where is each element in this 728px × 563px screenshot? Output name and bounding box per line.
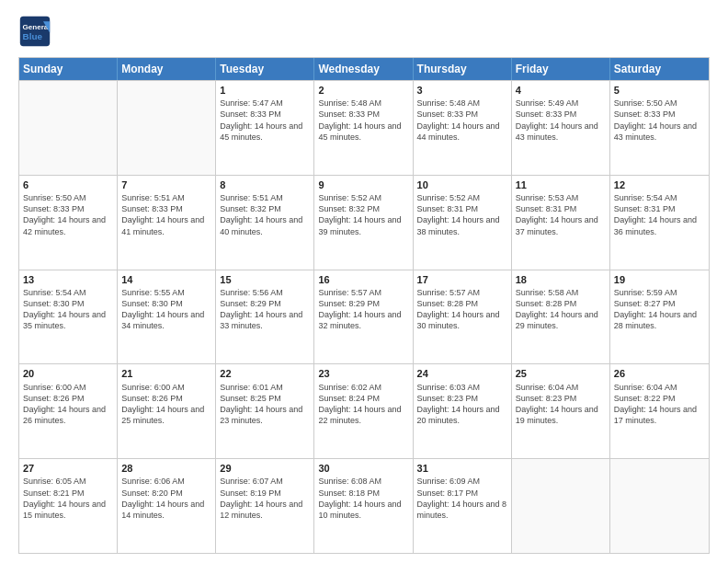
day-info: Sunrise: 5:56 AM Sunset: 8:29 PM Dayligh… (220, 287, 310, 332)
weekday-header-monday: Monday (118, 58, 216, 80)
calendar-empty-cell (610, 459, 709, 553)
calendar-day-25: 25Sunrise: 6:04 AM Sunset: 8:23 PM Dayli… (512, 364, 610, 458)
day-info: Sunrise: 5:48 AM Sunset: 8:33 PM Dayligh… (417, 98, 507, 143)
day-info: Sunrise: 6:07 AM Sunset: 8:19 PM Dayligh… (220, 476, 310, 521)
calendar-day-30: 30Sunrise: 6:08 AM Sunset: 8:18 PM Dayli… (314, 459, 413, 553)
day-info: Sunrise: 5:49 AM Sunset: 8:33 PM Dayligh… (516, 98, 606, 143)
day-info: Sunrise: 6:09 AM Sunset: 8:17 PM Dayligh… (417, 476, 507, 521)
calendar-day-14: 14Sunrise: 5:55 AM Sunset: 8:30 PM Dayli… (118, 270, 216, 364)
day-info: Sunrise: 6:04 AM Sunset: 8:23 PM Dayligh… (516, 382, 606, 427)
calendar-empty-cell (19, 81, 118, 175)
calendar-day-29: 29Sunrise: 6:07 AM Sunset: 8:19 PM Dayli… (216, 459, 314, 553)
calendar-day-7: 7Sunrise: 5:51 AM Sunset: 8:33 PM Daylig… (118, 176, 216, 270)
calendar-day-8: 8Sunrise: 5:51 AM Sunset: 8:32 PM Daylig… (216, 176, 314, 270)
day-info: Sunrise: 5:54 AM Sunset: 8:30 PM Dayligh… (23, 287, 113, 332)
calendar-day-17: 17Sunrise: 5:57 AM Sunset: 8:28 PM Dayli… (414, 270, 512, 364)
svg-text:Blue: Blue (23, 31, 43, 41)
day-number: 12 (614, 178, 705, 191)
day-number: 15 (220, 273, 310, 286)
calendar-day-2: 2Sunrise: 5:48 AM Sunset: 8:33 PM Daylig… (314, 81, 413, 175)
day-number: 3 (417, 84, 507, 97)
logo-icon: General Blue (18, 15, 51, 48)
calendar-day-28: 28Sunrise: 6:06 AM Sunset: 8:20 PM Dayli… (118, 459, 216, 553)
day-info: Sunrise: 5:53 AM Sunset: 8:31 PM Dayligh… (516, 192, 606, 237)
day-number: 8 (220, 178, 310, 191)
calendar-row-3: 13Sunrise: 5:54 AM Sunset: 8:30 PM Dayli… (19, 270, 709, 364)
calendar-day-23: 23Sunrise: 6:02 AM Sunset: 8:24 PM Dayli… (314, 364, 413, 458)
calendar-day-26: 26Sunrise: 6:04 AM Sunset: 8:22 PM Dayli… (610, 364, 709, 458)
day-number: 30 (318, 462, 408, 475)
day-info: Sunrise: 6:00 AM Sunset: 8:26 PM Dayligh… (121, 382, 211, 427)
day-number: 26 (614, 367, 705, 380)
calendar-row-4: 20Sunrise: 6:00 AM Sunset: 8:26 PM Dayli… (19, 363, 709, 458)
day-info: Sunrise: 5:50 AM Sunset: 8:33 PM Dayligh… (23, 192, 113, 237)
day-number: 18 (516, 273, 606, 286)
day-info: Sunrise: 6:00 AM Sunset: 8:26 PM Dayligh… (23, 382, 113, 427)
calendar-day-31: 31Sunrise: 6:09 AM Sunset: 8:17 PM Dayli… (414, 459, 512, 553)
day-info: Sunrise: 5:54 AM Sunset: 8:31 PM Dayligh… (614, 192, 705, 237)
day-info: Sunrise: 5:59 AM Sunset: 8:27 PM Dayligh… (614, 287, 705, 332)
calendar-body: 1Sunrise: 5:47 AM Sunset: 8:33 PM Daylig… (19, 80, 709, 553)
day-info: Sunrise: 6:08 AM Sunset: 8:18 PM Dayligh… (318, 476, 408, 521)
day-number: 28 (121, 462, 211, 475)
day-number: 11 (516, 178, 606, 191)
day-info: Sunrise: 5:50 AM Sunset: 8:33 PM Dayligh… (614, 98, 705, 143)
weekday-header-wednesday: Wednesday (314, 58, 413, 80)
weekday-header-thursday: Thursday (414, 58, 512, 80)
day-number: 1 (220, 84, 310, 97)
day-info: Sunrise: 5:55 AM Sunset: 8:30 PM Dayligh… (121, 287, 211, 332)
calendar-day-9: 9Sunrise: 5:52 AM Sunset: 8:32 PM Daylig… (314, 176, 413, 270)
calendar-day-20: 20Sunrise: 6:00 AM Sunset: 8:26 PM Dayli… (19, 364, 118, 458)
header: General Blue (18, 15, 710, 48)
day-number: 10 (417, 178, 507, 191)
calendar-day-12: 12Sunrise: 5:54 AM Sunset: 8:31 PM Dayli… (610, 176, 709, 270)
page: General Blue SundayMondayTuesdayWednesda… (0, 0, 728, 563)
calendar-day-19: 19Sunrise: 5:59 AM Sunset: 8:27 PM Dayli… (610, 270, 709, 364)
logo: General Blue (18, 15, 51, 48)
day-number: 13 (23, 273, 113, 286)
day-number: 25 (516, 367, 606, 380)
day-info: Sunrise: 5:48 AM Sunset: 8:33 PM Dayligh… (318, 98, 408, 143)
calendar-day-6: 6Sunrise: 5:50 AM Sunset: 8:33 PM Daylig… (19, 176, 118, 270)
day-number: 4 (516, 84, 606, 97)
calendar-day-5: 5Sunrise: 5:50 AM Sunset: 8:33 PM Daylig… (610, 81, 709, 175)
calendar-day-4: 4Sunrise: 5:49 AM Sunset: 8:33 PM Daylig… (512, 81, 610, 175)
day-info: Sunrise: 6:06 AM Sunset: 8:20 PM Dayligh… (121, 476, 211, 521)
calendar-day-13: 13Sunrise: 5:54 AM Sunset: 8:30 PM Dayli… (19, 270, 118, 364)
day-info: Sunrise: 6:03 AM Sunset: 8:23 PM Dayligh… (417, 382, 507, 427)
calendar-row-5: 27Sunrise: 6:05 AM Sunset: 8:21 PM Dayli… (19, 458, 709, 553)
weekday-header-saturday: Saturday (610, 58, 709, 80)
calendar-day-22: 22Sunrise: 6:01 AM Sunset: 8:25 PM Dayli… (216, 364, 314, 458)
day-info: Sunrise: 5:51 AM Sunset: 8:33 PM Dayligh… (121, 192, 211, 237)
calendar: SundayMondayTuesdayWednesdayThursdayFrid… (18, 57, 710, 554)
day-number: 6 (23, 178, 113, 191)
day-number: 16 (318, 273, 408, 286)
day-number: 21 (121, 367, 211, 380)
day-info: Sunrise: 5:58 AM Sunset: 8:28 PM Dayligh… (516, 287, 606, 332)
day-number: 22 (220, 367, 310, 380)
calendar-day-24: 24Sunrise: 6:03 AM Sunset: 8:23 PM Dayli… (414, 364, 512, 458)
calendar-day-1: 1Sunrise: 5:47 AM Sunset: 8:33 PM Daylig… (216, 81, 314, 175)
calendar-empty-cell (118, 81, 216, 175)
day-info: Sunrise: 5:52 AM Sunset: 8:31 PM Dayligh… (417, 192, 507, 237)
day-info: Sunrise: 6:01 AM Sunset: 8:25 PM Dayligh… (220, 382, 310, 427)
calendar-empty-cell (512, 459, 610, 553)
day-number: 5 (614, 84, 705, 97)
day-number: 17 (417, 273, 507, 286)
calendar-day-21: 21Sunrise: 6:00 AM Sunset: 8:26 PM Dayli… (118, 364, 216, 458)
day-number: 14 (121, 273, 211, 286)
day-number: 19 (614, 273, 705, 286)
day-info: Sunrise: 5:57 AM Sunset: 8:29 PM Dayligh… (318, 287, 408, 332)
day-number: 24 (417, 367, 507, 380)
day-info: Sunrise: 5:52 AM Sunset: 8:32 PM Dayligh… (318, 192, 408, 237)
day-number: 27 (23, 462, 113, 475)
day-number: 2 (318, 84, 408, 97)
calendar-row-1: 1Sunrise: 5:47 AM Sunset: 8:33 PM Daylig… (19, 80, 709, 175)
calendar-day-27: 27Sunrise: 6:05 AM Sunset: 8:21 PM Dayli… (19, 459, 118, 553)
weekday-header-sunday: Sunday (19, 58, 118, 80)
day-info: Sunrise: 5:57 AM Sunset: 8:28 PM Dayligh… (417, 287, 507, 332)
day-info: Sunrise: 6:02 AM Sunset: 8:24 PM Dayligh… (318, 382, 408, 427)
calendar-day-16: 16Sunrise: 5:57 AM Sunset: 8:29 PM Dayli… (314, 270, 413, 364)
day-info: Sunrise: 5:47 AM Sunset: 8:33 PM Dayligh… (220, 98, 310, 143)
calendar-day-10: 10Sunrise: 5:52 AM Sunset: 8:31 PM Dayli… (414, 176, 512, 270)
